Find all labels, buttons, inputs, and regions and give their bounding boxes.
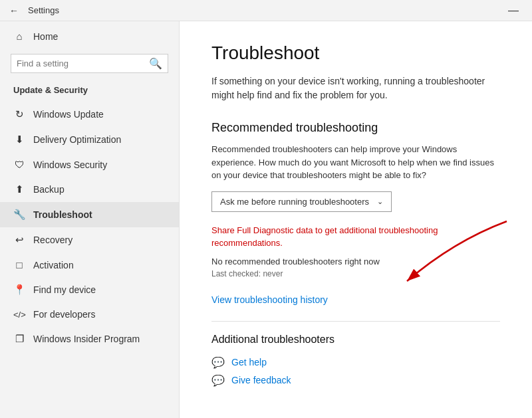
sidebar-item-delivery-optimization[interactable]: ⬇ Delivery Optimization xyxy=(0,127,179,152)
sidebar-item-recovery[interactable]: ↩ Recovery xyxy=(0,227,179,253)
app-title: Settings xyxy=(28,5,59,15)
home-label: Home xyxy=(33,31,58,42)
view-history-link[interactable]: View troubleshooting history xyxy=(211,294,500,305)
search-input[interactable] xyxy=(17,58,149,68)
diagnostic-link[interactable]: Share Full Diagnostic data to get additi… xyxy=(211,224,500,250)
sidebar-item-windows-insider[interactable]: ❐ Windows Insider Program xyxy=(0,326,179,352)
sidebar-item-for-developers[interactable]: </> For developers xyxy=(0,302,179,326)
page-title: Troubleshoot xyxy=(211,43,500,64)
get-help-icon: 💬 xyxy=(211,356,225,369)
sidebar-label-windows-insider: Windows Insider Program xyxy=(33,334,140,344)
sidebar-label-activation: Activation xyxy=(33,260,74,270)
no-troubleshooters-text: No recommended troubleshooters right now xyxy=(211,257,500,266)
windows-insider-icon: ❐ xyxy=(13,333,25,345)
page-subtitle: If something on your device isn't workin… xyxy=(211,74,500,102)
search-box[interactable]: 🔍 xyxy=(11,54,168,73)
dropdown-label: Ask me before running troubleshooters xyxy=(220,197,369,207)
title-bar: ← Settings — xyxy=(0,0,532,21)
sidebar-item-backup[interactable]: ⬆ Backup xyxy=(0,177,179,202)
sidebar-label-troubleshoot: Troubleshoot xyxy=(33,209,92,220)
sidebar-label-recovery: Recovery xyxy=(33,235,72,245)
home-icon: ⌂ xyxy=(13,31,25,42)
sidebar-section-title: Update & Security xyxy=(0,81,179,102)
backup-icon: ⬆ xyxy=(13,183,25,195)
chevron-down-icon: ⌄ xyxy=(377,197,383,206)
history-link-container: View troubleshooting history xyxy=(211,294,500,305)
sidebar-item-home[interactable]: ⌂ Home xyxy=(0,21,179,51)
get-help-link[interactable]: Get help xyxy=(231,357,267,367)
recommended-desc: Recommended troubleshooters can help imp… xyxy=(211,143,500,182)
sidebar-label-windows-update: Windows Update xyxy=(33,109,104,120)
give-feedback-icon: 💬 xyxy=(211,374,225,387)
recovery-icon: ↩ xyxy=(13,234,25,246)
for-developers-icon: </> xyxy=(13,310,25,320)
main-layout: ⌂ Home 🔍 Update & Security ↻ Windows Upd… xyxy=(0,21,532,418)
get-help-item: 💬 Get help xyxy=(211,356,500,369)
find-my-device-icon: 📍 xyxy=(13,284,25,296)
sidebar-label-delivery-optimization: Delivery Optimization xyxy=(33,134,121,145)
troubleshoot-icon: 🔧 xyxy=(13,209,25,221)
sidebar-label-find-my-device: Find my device xyxy=(33,284,96,295)
divider xyxy=(211,321,500,322)
sidebar-item-troubleshoot[interactable]: 🔧 Troubleshoot xyxy=(0,202,179,227)
search-icon: 🔍 xyxy=(149,57,162,70)
content-area: Troubleshoot If something on your device… xyxy=(180,21,532,418)
windows-security-icon: 🛡 xyxy=(13,159,25,170)
additional-title: Additional troubleshooters xyxy=(211,334,500,346)
sidebar-item-windows-security[interactable]: 🛡 Windows Security xyxy=(0,152,179,177)
delivery-optimization-icon: ⬇ xyxy=(13,134,25,146)
last-checked-text: Last checked: never xyxy=(211,269,500,278)
windows-update-icon: ↻ xyxy=(13,108,25,120)
sidebar-label-backup: Backup xyxy=(33,184,65,195)
minimize-button[interactable]: — xyxy=(500,0,527,21)
troubleshooter-dropdown[interactable]: Ask me before running troubleshooters ⌄ xyxy=(211,191,392,212)
sidebar-item-find-my-device[interactable]: 📍 Find my device xyxy=(0,277,179,302)
give-feedback-item: 💬 Give feedback xyxy=(211,374,500,387)
recommended-title: Recommended troubleshooting xyxy=(211,121,500,135)
back-button[interactable]: ← xyxy=(5,3,23,19)
sidebar-item-activation[interactable]: □ Activation xyxy=(0,253,179,277)
sidebar-label-for-developers: For developers xyxy=(33,309,95,320)
give-feedback-link[interactable]: Give feedback xyxy=(231,375,291,385)
sidebar-item-windows-update[interactable]: ↻ Windows Update xyxy=(0,102,179,127)
activation-icon: □ xyxy=(13,259,25,270)
sidebar: ⌂ Home 🔍 Update & Security ↻ Windows Upd… xyxy=(0,21,180,418)
sidebar-label-windows-security: Windows Security xyxy=(33,159,107,170)
